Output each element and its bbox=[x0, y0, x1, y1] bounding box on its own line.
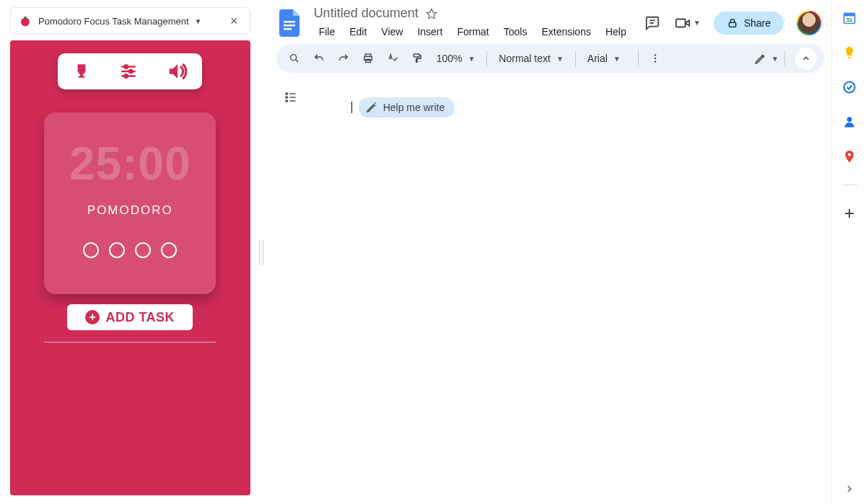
svg-point-35 bbox=[847, 153, 850, 156]
svg-point-24 bbox=[286, 97, 288, 99]
menu-bar: FileEditViewInsertFormatToolsExtensionsH… bbox=[312, 24, 633, 40]
progress-dot bbox=[161, 242, 177, 258]
progress-dot bbox=[109, 242, 125, 258]
side-panel: 31 bbox=[831, 0, 866, 504]
svg-point-21 bbox=[655, 58, 656, 59]
formatting-toolbar: 100%▼ Normal text▼ Arial▼ ▼ bbox=[276, 44, 824, 73]
pomodoro-panel: 25:00 POMODORO + ADD TASK bbox=[10, 40, 250, 495]
undo-icon[interactable] bbox=[308, 48, 330, 68]
document-title[interactable]: Untitled document bbox=[314, 6, 419, 21]
add-task-button[interactable]: + ADD TASK bbox=[67, 304, 193, 330]
menu-item-help[interactable]: Help bbox=[599, 24, 633, 40]
account-avatar[interactable] bbox=[797, 11, 821, 35]
close-icon[interactable]: × bbox=[226, 12, 242, 30]
svg-point-0 bbox=[21, 18, 30, 27]
svg-rect-32 bbox=[847, 57, 851, 58]
hide-side-panel-icon[interactable] bbox=[841, 481, 857, 497]
comments-icon[interactable] bbox=[643, 14, 662, 32]
menu-item-view[interactable]: View bbox=[375, 24, 409, 40]
svg-point-34 bbox=[847, 117, 852, 122]
theme-icon[interactable] bbox=[72, 62, 91, 81]
add-addon-icon[interactable] bbox=[841, 205, 857, 221]
font-dropdown[interactable]: Arial▼ bbox=[582, 53, 632, 64]
menu-item-format[interactable]: Format bbox=[450, 24, 495, 40]
contacts-icon[interactable] bbox=[841, 114, 857, 130]
timer-card: 25:00 POMODORO bbox=[44, 112, 216, 294]
svg-rect-19 bbox=[414, 54, 419, 57]
svg-rect-7 bbox=[284, 21, 295, 23]
spellcheck-icon[interactable] bbox=[382, 48, 403, 68]
document-canvas[interactable]: Help me write bbox=[269, 77, 831, 504]
share-label: Share bbox=[744, 17, 771, 29]
pomodoro-toolbar bbox=[58, 53, 202, 89]
editing-mode-dropdown[interactable]: ▼ bbox=[754, 52, 779, 65]
menu-item-edit[interactable]: Edit bbox=[343, 24, 373, 40]
svg-rect-12 bbox=[676, 19, 686, 27]
svg-point-14 bbox=[290, 55, 296, 61]
collapse-toolbar-icon[interactable] bbox=[795, 48, 817, 69]
redo-icon[interactable] bbox=[333, 48, 354, 68]
paragraph-style-dropdown[interactable]: Normal text▼ bbox=[493, 53, 569, 64]
outline-toggle-icon[interactable] bbox=[282, 89, 299, 106]
menu-item-file[interactable]: File bbox=[312, 24, 342, 40]
zoom-dropdown[interactable]: 100%▼ bbox=[431, 53, 481, 64]
svg-point-20 bbox=[655, 54, 656, 56]
docs-logo-icon[interactable] bbox=[278, 7, 302, 39]
svg-rect-18 bbox=[365, 59, 370, 62]
svg-text:31: 31 bbox=[846, 17, 852, 23]
maps-icon[interactable] bbox=[841, 149, 857, 164]
timer-value: 25:00 bbox=[69, 137, 191, 190]
plus-icon: + bbox=[85, 310, 100, 324]
menu-item-extensions[interactable]: Extensions bbox=[535, 24, 597, 40]
text-cursor bbox=[351, 102, 352, 113]
svg-rect-9 bbox=[284, 28, 292, 30]
pane-resize-handle[interactable] bbox=[253, 0, 269, 504]
share-button[interactable]: Share bbox=[714, 12, 784, 35]
meet-icon[interactable]: ▼ bbox=[675, 14, 701, 32]
svg-rect-13 bbox=[729, 22, 735, 27]
print-icon[interactable] bbox=[357, 48, 379, 68]
timer-label: POMODORO bbox=[87, 203, 173, 218]
calendar-icon[interactable]: 31 bbox=[841, 10, 857, 26]
help-me-write-chip[interactable]: Help me write bbox=[359, 97, 455, 118]
svg-point-4 bbox=[125, 65, 128, 68]
add-task-label: ADD TASK bbox=[105, 310, 175, 325]
svg-rect-30 bbox=[844, 13, 854, 16]
menu-item-tools[interactable]: Tools bbox=[497, 24, 534, 40]
timer-progress-dots bbox=[83, 242, 177, 258]
svg-point-23 bbox=[286, 93, 288, 95]
search-icon[interactable] bbox=[284, 48, 305, 68]
progress-dot bbox=[135, 242, 151, 258]
tasks-icon[interactable] bbox=[841, 79, 857, 95]
volume-icon[interactable] bbox=[167, 61, 188, 82]
star-icon[interactable] bbox=[426, 8, 437, 19]
svg-rect-8 bbox=[284, 25, 295, 27]
more-formatting-icon[interactable] bbox=[644, 48, 666, 68]
progress-dot bbox=[83, 242, 99, 258]
rail-divider bbox=[841, 185, 857, 185]
extension-header: Pomodoro Focus Task Management ▼ × bbox=[10, 7, 250, 35]
extension-dropdown-icon[interactable]: ▼ bbox=[195, 17, 202, 25]
svg-point-5 bbox=[129, 70, 132, 73]
help-me-write-label: Help me write bbox=[383, 102, 445, 113]
keep-icon[interactable] bbox=[841, 45, 857, 61]
svg-point-6 bbox=[125, 74, 128, 77]
paint-format-icon[interactable] bbox=[406, 48, 428, 68]
menu-item-insert[interactable]: Insert bbox=[411, 24, 449, 40]
extension-title: Pomodoro Focus Task Management bbox=[38, 16, 189, 27]
divider-line bbox=[44, 342, 216, 342]
pomodoro-logo-icon bbox=[18, 14, 32, 28]
settings-icon[interactable] bbox=[119, 62, 138, 81]
svg-point-22 bbox=[655, 61, 656, 62]
svg-line-15 bbox=[295, 60, 298, 63]
svg-point-25 bbox=[286, 100, 288, 102]
